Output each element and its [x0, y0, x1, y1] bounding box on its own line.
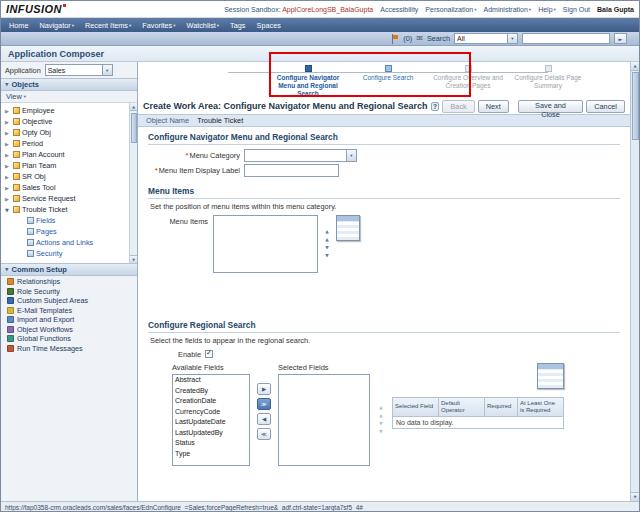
global-link[interactable]: Sign Out ▾ — [563, 6, 590, 13]
menu-category-select[interactable]: ▾ — [244, 149, 357, 162]
objects-accordion-header[interactable]: ▼ Objects — [1, 78, 137, 91]
available-field-option[interactable]: CurrencyCode — [173, 407, 249, 418]
common-setup-item[interactable]: Object Workflows — [1, 325, 137, 335]
expander-icon[interactable] — [5, 130, 11, 136]
common-setup-item[interactable]: Global Functions — [1, 334, 137, 344]
menu-bar-item[interactable]: Recent Items ▾ — [85, 21, 131, 30]
header-button[interactable]: Back — [442, 100, 474, 113]
tree-item[interactable]: Objective — [2, 116, 128, 127]
header-button[interactable]: Next — [478, 100, 509, 113]
header-buttons: Back Next Save and Close Cancel — [442, 100, 625, 113]
available-field-option[interactable]: LastUpdatedBy — [173, 428, 249, 439]
content-scrollbar[interactable]: ▲ ▼ — [630, 62, 639, 501]
move-up-icon[interactable]: ▲ — [323, 237, 331, 242]
chevron-down-icon: ▾ — [102, 65, 112, 75]
move-down-icon[interactable]: ▼ — [377, 421, 385, 426]
mail-icon[interactable]: ✉ — [416, 35, 423, 43]
expander-icon[interactable] — [5, 174, 11, 180]
remove-selected-button[interactable]: ◀ — [257, 413, 271, 425]
tree-item[interactable]: Opty Obj — [2, 127, 128, 138]
scroll-down-icon[interactable]: ▼ — [631, 492, 640, 501]
move-down-icon[interactable]: ▼ — [323, 245, 331, 250]
menu-bar-item[interactable]: Navigator ▾ — [39, 21, 74, 30]
move-bottom-icon[interactable]: ▼ — [377, 429, 385, 434]
move-top-icon[interactable]: ▲ — [377, 405, 385, 410]
enable-checkbox[interactable] — [205, 350, 213, 358]
flag-icon[interactable] — [391, 34, 399, 44]
global-link[interactable]: Administration ▾ — [484, 6, 532, 13]
search-go-button[interactable]: ► — [614, 33, 627, 44]
tree-item[interactable]: Security — [2, 248, 128, 259]
available-field-option[interactable]: LastUpdateDate — [173, 417, 249, 428]
train-step[interactable]: Configure Overview and Creation Pages — [428, 65, 508, 98]
remove-all-button[interactable]: ≪ — [257, 428, 271, 440]
scroll-up-icon[interactable]: ▲ — [130, 103, 138, 111]
menu-bar-item[interactable]: Home ▾ — [9, 21, 28, 30]
scrollbar-thumb[interactable] — [632, 72, 639, 140]
global-link[interactable]: Help ▾ — [538, 6, 556, 13]
tree-scrollbar[interactable]: ▲ ▼ — [129, 103, 137, 263]
scroll-down-icon[interactable]: ▼ — [130, 255, 138, 263]
tree-item[interactable]: Trouble Ticket — [2, 204, 128, 215]
menu-items-listbox[interactable] — [213, 215, 318, 273]
move-all-button[interactable]: ≫ — [257, 398, 271, 410]
scroll-up-icon[interactable]: ▲ — [631, 62, 640, 71]
expander-icon[interactable] — [5, 141, 11, 147]
train-step[interactable]: Configure Search — [348, 65, 428, 98]
menu-bar-item[interactable]: Watchlist ▾ — [187, 21, 220, 30]
expander-icon[interactable] — [5, 196, 11, 202]
session-sandbox-link[interactable]: ApplCoreLongSB_BalaGupta — [282, 6, 373, 13]
common-setup-item[interactable]: E-Mail Templates — [1, 306, 137, 316]
tree-item[interactable]: Period — [2, 138, 128, 149]
common-setup-item[interactable]: Run Time Messages — [1, 344, 137, 354]
available-fields-listbox[interactable]: Abstract CreatedBy CreationDate Currency… — [172, 374, 250, 466]
search-input[interactable] — [522, 33, 610, 44]
header-button[interactable]: Save and Close — [518, 100, 584, 113]
tree-item[interactable]: Fields — [2, 215, 128, 226]
available-field-option[interactable]: CreatedBy — [173, 386, 249, 397]
tree-item[interactable]: Sales Tool — [2, 182, 128, 193]
available-field-option[interactable]: CreationDate — [173, 396, 249, 407]
available-field-option[interactable]: Abstract — [173, 375, 249, 386]
global-link[interactable]: Personalization ▾ — [425, 6, 476, 13]
help-icon[interactable]: ? — [431, 102, 440, 111]
view-menu-button[interactable]: View ▾ — [1, 91, 137, 103]
application-select[interactable]: Sales ▾ — [45, 64, 113, 76]
menu-bar-item[interactable]: Favorites ▾ — [142, 21, 175, 30]
tree-item[interactable]: Actions and Links — [2, 237, 128, 248]
search-scope-select[interactable]: All ▾ — [454, 33, 518, 44]
tree-item[interactable]: Service Request — [2, 193, 128, 204]
expander-icon[interactable] — [5, 152, 11, 158]
scrollbar-thumb[interactable] — [131, 113, 137, 143]
global-link[interactable]: Accessibility ▾ — [380, 6, 418, 13]
available-field-option[interactable]: Type — [173, 449, 249, 460]
expander-icon[interactable] — [5, 108, 11, 114]
move-top-icon[interactable]: ▲ — [323, 229, 331, 234]
menu-item-display-label-input[interactable] — [244, 164, 339, 177]
train-step[interactable]: Configure Details Page Summary — [508, 65, 588, 98]
common-setup-item[interactable]: Import and Export — [1, 315, 137, 325]
selected-fields-listbox[interactable] — [278, 374, 370, 466]
common-setup-accordion-header[interactable]: ▼ Common Setup — [1, 263, 137, 276]
expander-icon[interactable] — [5, 185, 11, 191]
move-selected-button[interactable]: ▶ — [257, 383, 271, 395]
header-button[interactable]: Cancel — [586, 100, 625, 113]
menu-bar-item[interactable]: Spaces ▾ — [257, 21, 281, 30]
expander-icon[interactable] — [5, 119, 11, 125]
wizard-train: Configure Navigator Menu and Regional Se… — [268, 62, 598, 98]
common-setup-item[interactable]: Relationships — [1, 277, 137, 287]
tree-item[interactable]: Pages — [2, 226, 128, 237]
menu-bar-item[interactable]: Tags ▾ — [230, 21, 245, 30]
tree-item[interactable]: Employee — [2, 105, 128, 116]
train-step[interactable]: Configure Navigator Menu and Regional Se… — [268, 65, 348, 98]
move-up-icon[interactable]: ▲ — [377, 413, 385, 418]
tree-item[interactable]: SR Obj — [2, 171, 128, 182]
tree-item[interactable]: Plan Account — [2, 149, 128, 160]
common-setup-item[interactable]: Custom Subject Areas — [1, 296, 137, 306]
expander-icon[interactable] — [5, 163, 11, 169]
available-field-option[interactable]: Status — [173, 438, 249, 449]
tree-item[interactable]: Plan Team — [2, 160, 128, 171]
common-setup-item[interactable]: Role Security — [1, 287, 137, 297]
expander-icon[interactable] — [5, 207, 11, 213]
move-bottom-icon[interactable]: ▼ — [323, 253, 331, 258]
